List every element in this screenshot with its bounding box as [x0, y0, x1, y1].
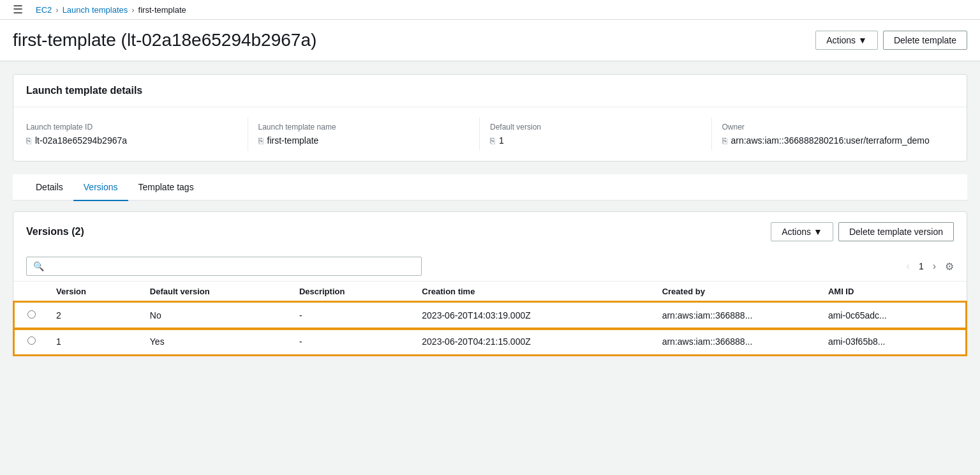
detail-owner: Owner ⎘ arn:aws:iam::366888280216:user/t… [722, 117, 944, 151]
breadcrumb-current: first-template [138, 5, 186, 15]
page-header: first-template (lt-02a18e65294b2967a) Ac… [0, 20, 980, 61]
col-header-default-version: Default version [140, 282, 289, 302]
detail-launch-template-id: Launch template ID ⎘ lt-02a18e65294b2967… [26, 117, 248, 151]
chevron-down-icon: ▼ [858, 35, 867, 45]
cell-created-by: arn:aws:iam::366888... [652, 302, 818, 329]
cell-created-by: arn:aws:iam::366888... [652, 329, 818, 356]
detail-launch-template-name: Launch template name ⎘ first-template [258, 117, 480, 151]
versions-actions-button[interactable]: Actions ▼ [771, 222, 833, 241]
col-header-version: Version [46, 282, 140, 302]
breadcrumb: EC2 › Launch templates › first-template [36, 5, 186, 15]
label-launch-template-name: Launch template name [258, 123, 470, 132]
card-title: Launch template details [26, 85, 954, 96]
table-row[interactable]: 1 Yes - 2023-06-20T04:21:15.000Z arn:aws… [14, 329, 966, 356]
hamburger-menu[interactable]: ☰ [13, 3, 23, 17]
next-page-button[interactable]: › [929, 258, 940, 275]
breadcrumb-sep-1: › [56, 5, 58, 15]
col-header-radio [14, 282, 46, 302]
label-default-version: Default version [490, 123, 701, 132]
label-owner: Owner [722, 123, 934, 132]
value-default-version: ⎘ 1 [490, 135, 701, 146]
launch-template-details-card: Launch template details Launch template … [13, 74, 967, 162]
col-header-created-by: Created by [652, 282, 818, 302]
copy-icon-id[interactable]: ⎘ [26, 136, 31, 146]
search-input-wrap: 🔍 [26, 257, 422, 276]
pagination-row: ‹ 1 › ⚙ [903, 258, 954, 275]
search-input[interactable] [48, 261, 415, 271]
col-header-creation-time: Creation time [412, 282, 651, 302]
copy-icon-owner[interactable]: ⎘ [722, 136, 727, 146]
card-header: Launch template details [13, 75, 967, 107]
cell-ami-id: ami-03f65b8... [818, 329, 966, 356]
delete-template-version-button[interactable]: Delete template version [838, 222, 954, 241]
page-title: first-template (lt-02a18e65294b2967a) [13, 30, 316, 50]
table-body: 2 No - 2023-06-20T14:03:19.000Z arn:aws:… [14, 302, 966, 355]
row-radio-0[interactable] [27, 310, 36, 319]
cell-radio[interactable] [14, 302, 46, 329]
cell-description: - [289, 302, 412, 329]
header-actions: Actions ▼ Delete template [815, 31, 967, 50]
col-header-ami-id: AMI ID [818, 282, 966, 302]
page-number: 1 [919, 261, 924, 271]
cell-creation-time: 2023-06-20T04:21:15.000Z [412, 329, 651, 356]
versions-header: Versions (2) Actions ▼ Delete template v… [13, 212, 967, 252]
table-row[interactable]: 2 No - 2023-06-20T14:03:19.000Z arn:aws:… [14, 302, 966, 329]
row-radio-1[interactable] [27, 336, 36, 345]
cell-radio[interactable] [14, 329, 46, 356]
detail-default-version: Default version ⎘ 1 [490, 117, 712, 151]
label-launch-template-id: Launch template ID [26, 123, 237, 132]
versions-actions: Actions ▼ Delete template version [771, 222, 954, 241]
tabs-container: Details Versions Template tags [13, 174, 967, 201]
value-owner: ⎘ arn:aws:iam::366888280216:user/terrafo… [722, 135, 934, 146]
versions-title: Versions (2) [26, 226, 84, 238]
cell-default-version: No [140, 302, 289, 329]
breadcrumb-launch-templates[interactable]: Launch templates [63, 5, 128, 15]
breadcrumb-bar: ☰ EC2 › Launch templates › first-templat… [0, 0, 980, 20]
versions-card: Versions (2) Actions ▼ Delete template v… [13, 211, 967, 356]
breadcrumb-ec2[interactable]: EC2 [36, 5, 52, 15]
versions-table: Version Default version Description Crea… [13, 282, 967, 356]
breadcrumb-sep-2: › [131, 5, 134, 15]
main-content: Launch template details Launch template … [0, 61, 980, 369]
col-header-description: Description [289, 282, 412, 302]
cell-ami-id: ami-0c65adc... [818, 302, 966, 329]
copy-icon-name[interactable]: ⎘ [258, 136, 264, 146]
tab-details[interactable]: Details [26, 174, 73, 201]
column-settings-icon[interactable]: ⚙ [945, 260, 954, 273]
value-launch-template-id: ⎘ lt-02a18e65294b2967a [26, 135, 237, 146]
actions-button[interactable]: Actions ▼ [815, 31, 878, 50]
search-icon: 🔍 [33, 261, 44, 271]
table-header-row: Version Default version Description Crea… [14, 282, 966, 302]
details-grid: Launch template ID ⎘ lt-02a18e65294b2967… [13, 107, 967, 161]
cell-description: - [289, 329, 412, 356]
chevron-down-icon-versions: ▼ [813, 227, 822, 237]
delete-template-button[interactable]: Delete template [883, 31, 967, 50]
cell-version: 1 [46, 329, 140, 356]
value-launch-template-name: ⎘ first-template [258, 135, 470, 146]
cell-creation-time: 2023-06-20T14:03:19.000Z [412, 302, 651, 329]
tab-versions[interactable]: Versions [73, 174, 128, 201]
cell-default-version: Yes [140, 329, 289, 356]
cell-version: 2 [46, 302, 140, 329]
tab-template-tags[interactable]: Template tags [128, 174, 204, 201]
copy-icon-version[interactable]: ⎘ [490, 136, 495, 146]
search-pagination-row: 🔍 ‹ 1 › ⚙ [13, 252, 967, 282]
prev-page-button[interactable]: ‹ [903, 258, 914, 275]
